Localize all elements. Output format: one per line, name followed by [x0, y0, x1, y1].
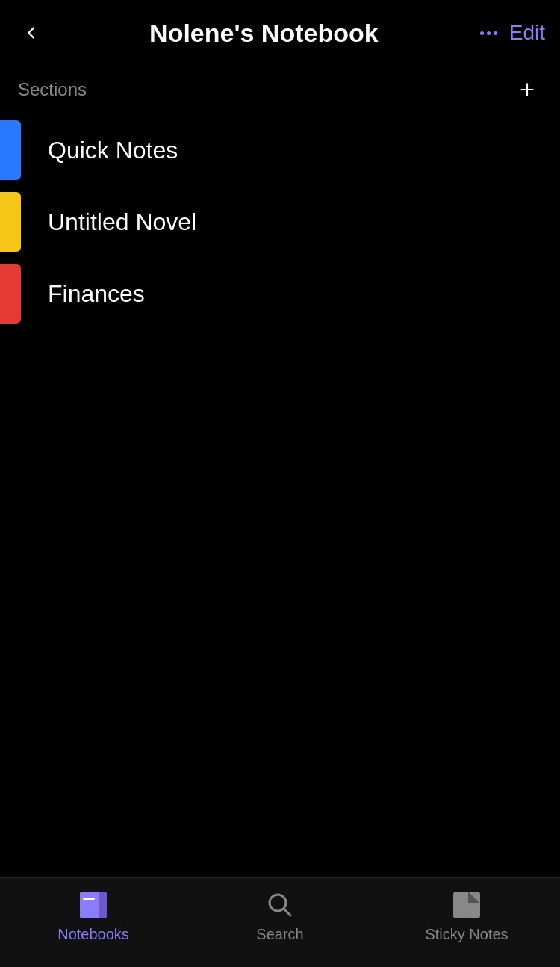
sections-label: Sections: [18, 79, 87, 100]
list-item[interactable]: Untitled Novel: [0, 186, 560, 258]
tab-sticky-notes[interactable]: Sticky Notes: [422, 889, 511, 943]
section-list: Quick Notes Untitled Novel Finances: [0, 114, 560, 330]
svg-rect-0: [80, 892, 102, 918]
header-actions: Edit: [480, 21, 545, 45]
more-dot: [480, 31, 484, 35]
list-item[interactable]: Quick Notes: [0, 114, 560, 186]
list-item[interactable]: Finances: [0, 258, 560, 330]
add-section-button[interactable]: [512, 75, 542, 105]
page-title: Nolene's Notebook: [48, 19, 480, 48]
more-button[interactable]: [480, 31, 497, 35]
section-tab-untitled-novel: [0, 192, 21, 252]
section-name: Finances: [48, 280, 145, 308]
sections-header: Sections: [0, 66, 560, 114]
svg-rect-1: [99, 892, 107, 918]
tab-notebooks[interactable]: Notebooks: [49, 889, 138, 943]
back-button[interactable]: [15, 16, 48, 49]
sticky-notes-icon: [450, 889, 483, 921]
svg-rect-4: [453, 892, 480, 918]
section-tab-finances: [0, 264, 21, 324]
tab-search-label: Search: [256, 926, 303, 943]
section-name: Untitled Novel: [48, 208, 196, 236]
tab-bar: Notebooks Search Sticky Notes: [0, 877, 560, 967]
tab-search[interactable]: Search: [235, 889, 325, 943]
tab-sticky-notes-label: Sticky Notes: [425, 926, 508, 943]
section-tab-quick-notes: [0, 120, 21, 180]
section-name: Quick Notes: [48, 137, 178, 164]
more-dot: [487, 31, 491, 35]
svg-rect-2: [83, 898, 95, 900]
more-dot: [494, 31, 497, 35]
edit-button[interactable]: Edit: [509, 21, 545, 45]
notebooks-icon: [77, 889, 110, 921]
tab-notebooks-label: Notebooks: [57, 926, 129, 943]
header: Nolene's Notebook Edit: [0, 0, 560, 66]
search-icon: [264, 889, 296, 921]
